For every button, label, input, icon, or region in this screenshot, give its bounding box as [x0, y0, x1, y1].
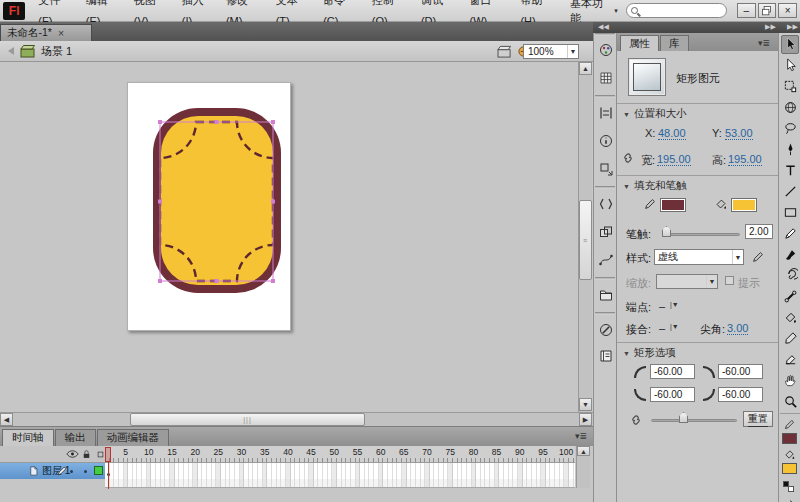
corner-radius-br-input[interactable]: -60.00: [718, 387, 763, 402]
zoom-tool[interactable]: [781, 392, 799, 411]
miter-value[interactable]: 3.00: [727, 322, 748, 335]
canvas-pasteboard[interactable]: [0, 62, 578, 412]
fill-color-swatch[interactable]: [731, 198, 757, 212]
tab-motion-editor[interactable]: 动画编辑器: [97, 429, 170, 446]
corner-radius-slider[interactable]: [651, 419, 737, 422]
link-width-height-icon[interactable]: [621, 151, 635, 165]
stroke-color-swatch[interactable]: [660, 198, 686, 212]
horizontal-scroll-thumb[interactable]: |||: [130, 413, 365, 426]
x-value[interactable]: 48.00: [658, 127, 686, 140]
tab-library[interactable]: 库: [660, 35, 689, 51]
timeline-vertical-scrollbar[interactable]: ▲: [576, 446, 590, 488]
transform-panel-icon[interactable]: [598, 161, 614, 177]
project-panel-icon[interactable]: [598, 287, 614, 303]
pen-tool[interactable]: [781, 140, 799, 159]
dock-group-gripper[interactable]: [595, 95, 615, 98]
corner-radius-tr-input[interactable]: -60.00: [718, 364, 763, 379]
close-button[interactable]: ×: [778, 3, 797, 18]
scroll-left-icon[interactable]: ◀: [0, 413, 13, 426]
frame-grid-row[interactable]: [105, 463, 575, 479]
y-value[interactable]: 53.00: [725, 127, 753, 140]
dock-group-gripper[interactable]: [595, 277, 615, 280]
toolbar-fill-color-chip[interactable]: [782, 463, 797, 474]
stroke-width-input[interactable]: 2.00: [745, 224, 773, 239]
collapse-right-icon[interactable]: ▶▶: [765, 23, 776, 31]
eraser-tool[interactable]: [781, 350, 799, 369]
zoom-level-select[interactable]: 100% ▼: [523, 44, 579, 59]
compass-panel-icon[interactable]: [598, 322, 614, 338]
document-tab-close-icon[interactable]: ×: [58, 27, 64, 39]
stroke-scale-select[interactable]: ▼: [656, 274, 718, 289]
search-input[interactable]: [626, 3, 727, 18]
playhead[interactable]: [105, 447, 111, 462]
collapse-tools-icon[interactable]: ▶▶: [787, 23, 798, 31]
layer-row[interactable]: 图层 1: [0, 463, 105, 479]
corner-radius-bl-input[interactable]: -60.00: [650, 387, 695, 402]
scroll-down-icon[interactable]: ▼: [579, 398, 592, 411]
bone-tool[interactable]: [781, 287, 799, 306]
subselection-tool[interactable]: [781, 56, 799, 75]
align-panel-icon[interactable]: [598, 105, 614, 121]
width-value[interactable]: 195.00: [657, 153, 691, 166]
paint-bucket-tool[interactable]: [781, 308, 799, 327]
canvas-horizontal-scrollbar[interactable]: ◀ ||| ▶: [0, 412, 593, 426]
height-value[interactable]: 195.00: [728, 153, 762, 166]
lock-corners-icon[interactable]: [629, 413, 643, 427]
hinting-checkbox[interactable]: [725, 276, 734, 285]
corner-radius-tl-input[interactable]: -60.00: [650, 364, 695, 379]
deco-tool[interactable]: [781, 266, 799, 285]
section-rectangle-options[interactable]: ▼ 矩形选项: [623, 346, 676, 360]
edit-scene-icon[interactable]: [497, 45, 512, 58]
dock-group-gripper[interactable]: [595, 33, 615, 36]
panel-menu-icon[interactable]: ▾≣: [758, 38, 770, 48]
edit-stroke-style-icon[interactable]: [751, 250, 765, 264]
canvas-vertical-scrollbar[interactable]: ▲ ≡ ▼: [578, 62, 592, 412]
free-transform-tool[interactable]: [781, 77, 799, 96]
eyedropper-tool[interactable]: [781, 329, 799, 348]
motion-presets-panel-icon[interactable]: [598, 252, 614, 268]
collapse-left-icon[interactable]: ◀◀: [598, 23, 609, 31]
layer-lock-dot[interactable]: [84, 470, 87, 473]
strings-panel-icon[interactable]: [598, 348, 614, 364]
toolbar-stroke-color-chip[interactable]: [782, 433, 797, 444]
document-tab[interactable]: 未命名-1* ×: [0, 24, 92, 41]
dock-group-gripper[interactable]: [595, 186, 615, 189]
reset-button[interactable]: 重置: [743, 411, 773, 427]
selection-tool[interactable]: [781, 35, 799, 54]
text-tool[interactable]: [781, 161, 799, 180]
join-dropdown-icon[interactable]: |▼: [670, 323, 679, 330]
layer-outline-color-swatch[interactable]: [94, 466, 103, 475]
corner-radius-slider-thumb[interactable]: [679, 412, 688, 423]
info-panel-icon[interactable]: [598, 133, 614, 149]
show-hide-eye-icon[interactable]: [66, 449, 79, 459]
components-panel-icon[interactable]: [598, 224, 614, 240]
scroll-right-icon[interactable]: ▶: [579, 413, 592, 426]
brush-tool[interactable]: [781, 245, 799, 264]
vertical-scroll-thumb[interactable]: ≡: [579, 200, 592, 280]
color-panel-icon[interactable]: [598, 42, 614, 58]
layer-visible-dot[interactable]: [70, 470, 73, 473]
rectangle-primitive-shape[interactable]: [150, 104, 286, 296]
restore-button[interactable]: [758, 3, 777, 18]
cap-dropdown-icon[interactable]: |▼: [670, 301, 679, 308]
back-arrow-icon[interactable]: [8, 47, 14, 55]
tab-properties[interactable]: 属性: [620, 35, 659, 51]
rectangle-tool[interactable]: [781, 203, 799, 222]
hand-tool[interactable]: [781, 371, 799, 390]
stroke-style-select[interactable]: 虚线 ▼: [654, 249, 744, 265]
section-position-size[interactable]: ▼ 位置和大小: [623, 107, 686, 121]
line-tool[interactable]: [781, 182, 799, 201]
breadcrumb-scene[interactable]: 场景 1: [41, 44, 72, 59]
dock-group-gripper[interactable]: [595, 312, 615, 315]
section-fill-stroke[interactable]: ▼ 填充和笔触: [623, 179, 686, 193]
panel-menu-icon[interactable]: ▾≣: [575, 431, 587, 441]
tab-output[interactable]: 输出: [55, 429, 96, 446]
frame-grid-empty[interactable]: [105, 479, 575, 488]
stroke-width-slider-thumb[interactable]: [662, 226, 671, 237]
pencil-tool[interactable]: [781, 224, 799, 243]
swatches-panel-icon[interactable]: [598, 70, 614, 86]
frame-ruler[interactable]: 5101520253035404550556065707580859095100: [105, 446, 575, 463]
stroke-width-slider[interactable]: [662, 233, 740, 236]
minimize-button[interactable]: –: [737, 3, 756, 18]
lock-icon[interactable]: [81, 449, 92, 460]
